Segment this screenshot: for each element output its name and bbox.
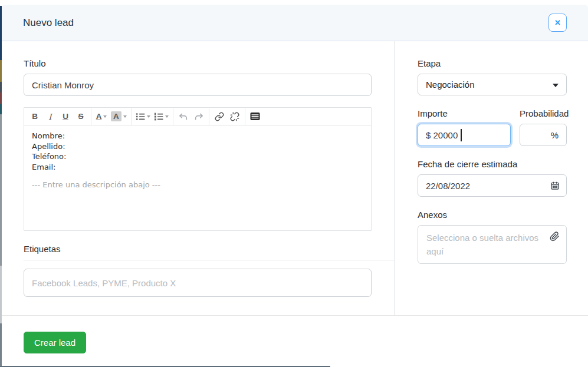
italic-icon: I xyxy=(48,112,51,121)
page-edge-strip xyxy=(0,6,2,367)
highlight-color-button[interactable]: A xyxy=(109,109,129,124)
italic-button[interactable]: I xyxy=(42,109,58,124)
highlight-color-icon: A xyxy=(111,111,121,121)
chevron-down-icon xyxy=(165,115,169,118)
bullet-list-icon xyxy=(136,112,145,121)
broken-chain-icon xyxy=(230,112,239,121)
x-icon: ✕ xyxy=(554,19,561,27)
left-column: Título B I U S A A xyxy=(2,41,394,315)
modal-body: Título B I U S A A xyxy=(2,41,588,316)
calendar-icon[interactable] xyxy=(550,181,560,190)
close-button[interactable]: ✕ xyxy=(548,14,567,32)
right-column: Etapa Negociación Importe Probabilidad xyxy=(394,41,588,315)
table-button[interactable] xyxy=(248,109,263,124)
etiquetas-input[interactable] xyxy=(24,269,372,297)
toolbar-separator xyxy=(209,108,209,125)
unlink-button[interactable] xyxy=(227,109,242,124)
nuevo-lead-modal: Nuevo lead ✕ Título B I U S A A xyxy=(2,5,588,367)
importe-probabilidad-row: Importe Probabilidad xyxy=(418,108,567,146)
importe-label: Importe xyxy=(418,108,511,118)
importe-field: Importe xyxy=(418,108,511,146)
fecha-field: Fecha de cierre estimada xyxy=(418,159,567,197)
text-color-icon: A xyxy=(96,112,102,121)
titulo-input[interactable] xyxy=(24,74,372,96)
paperclip-icon xyxy=(550,232,560,244)
chain-link-icon xyxy=(215,112,224,121)
chevron-down-icon xyxy=(103,115,107,118)
probabilidad-field: Probabilidad xyxy=(520,108,567,146)
etapa-selected-value: Negociación xyxy=(426,80,475,90)
toolbar-separator xyxy=(245,108,245,125)
modal-footer: Crear lead xyxy=(2,316,588,353)
text-color-button[interactable]: A xyxy=(94,109,109,124)
bold-icon: B xyxy=(32,112,38,121)
toolbar-separator xyxy=(91,108,91,125)
chevron-down-icon xyxy=(123,115,127,118)
editor-toolbar: B I U S A A xyxy=(24,108,371,125)
etapa-label: Etapa xyxy=(418,58,567,68)
table-icon xyxy=(250,112,260,121)
undo-button[interactable] xyxy=(176,109,191,124)
probabilidad-label: Probabilidad xyxy=(520,108,567,118)
chevron-down-icon xyxy=(553,84,559,87)
modal-title: Nuevo lead xyxy=(23,17,74,29)
editor-description-placeholder: --- Entre una descripción abajo --- xyxy=(32,180,363,190)
editor-content-area[interactable]: Nombre: Apellido: Teléfono: Email: --- E… xyxy=(24,125,371,230)
etiquetas-label: Etiquetas xyxy=(24,244,372,254)
anexos-placeholder: Selecciona o suelta archivos aquí xyxy=(426,231,546,258)
toolbar-separator xyxy=(173,108,173,125)
titulo-label: Título xyxy=(24,58,372,68)
etiquetas-divider xyxy=(24,260,394,260)
editor-text: Nombre: Apellido: Teléfono: Email: xyxy=(32,131,363,172)
chevron-down-icon xyxy=(147,115,150,118)
importe-input[interactable] xyxy=(418,124,511,146)
strikethrough-button[interactable]: S xyxy=(73,109,88,124)
fecha-input[interactable] xyxy=(418,174,567,197)
anexos-dropzone[interactable]: Selecciona o suelta archivos aquí xyxy=(418,225,567,264)
text-cursor xyxy=(461,129,462,141)
ordered-list-icon xyxy=(154,112,163,121)
bold-button[interactable]: B xyxy=(27,109,42,124)
anexos-field: Anexos Selecciona o suelta archivos aquí xyxy=(418,210,567,264)
redo-button[interactable] xyxy=(191,109,206,124)
fecha-label: Fecha de cierre estimada xyxy=(418,159,567,169)
probabilidad-input[interactable] xyxy=(520,124,567,146)
modal-header: Nuevo lead ✕ xyxy=(2,5,588,41)
ordered-list-button[interactable] xyxy=(152,109,170,124)
rich-text-editor: B I U S A A xyxy=(24,107,372,231)
etapa-field: Etapa Negociación xyxy=(418,58,567,95)
etapa-select[interactable]: Negociación xyxy=(418,74,567,95)
unordered-list-button[interactable] xyxy=(134,109,152,124)
redo-arrow-icon xyxy=(194,112,203,121)
strikethrough-icon: S xyxy=(78,112,83,121)
underline-icon: U xyxy=(63,112,68,121)
crear-lead-button[interactable]: Crear lead xyxy=(24,332,86,353)
underline-button[interactable]: U xyxy=(58,109,73,124)
toolbar-separator xyxy=(131,108,132,125)
undo-arrow-icon xyxy=(179,112,188,121)
anexos-label: Anexos xyxy=(418,210,567,220)
link-button[interactable] xyxy=(212,109,227,124)
